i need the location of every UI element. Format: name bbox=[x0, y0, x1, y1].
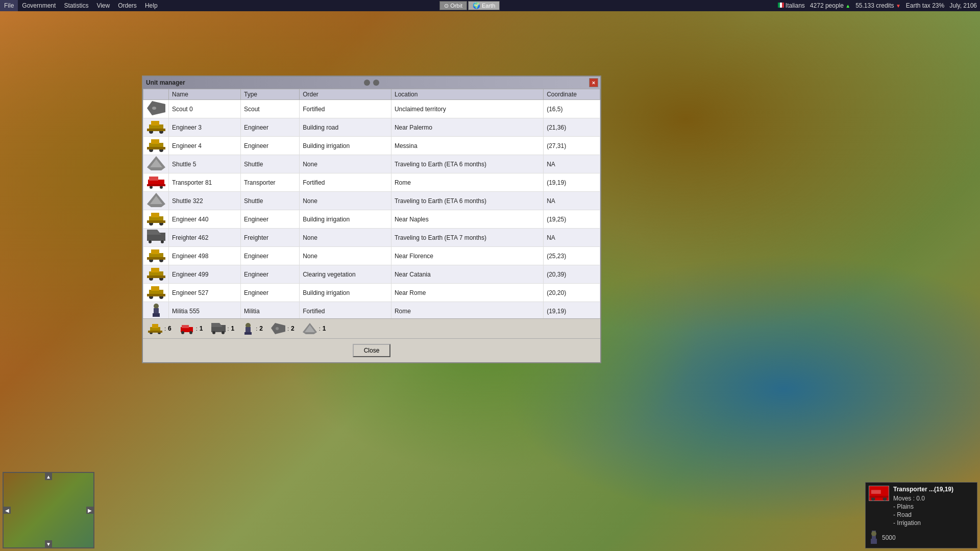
summary-militia: : 2 bbox=[242, 322, 263, 335]
summary-freighter: : 1 bbox=[211, 323, 235, 334]
unit-name-cell: Engineer 3 bbox=[169, 118, 241, 137]
svg-rect-14 bbox=[147, 129, 165, 131]
unit-coordinate-cell: (20,20) bbox=[544, 284, 600, 302]
shuttle-summary-icon bbox=[303, 323, 317, 334]
svg-point-67 bbox=[189, 331, 192, 334]
nav-down-arrow[interactable]: ▼ bbox=[45, 540, 52, 547]
freighter-count: 1 bbox=[231, 325, 235, 332]
unit-coordinate-cell: (16,5) bbox=[544, 100, 600, 118]
svg-rect-74 bbox=[244, 332, 252, 335]
unit-coordinate-cell: (19,25) bbox=[544, 210, 600, 229]
unit-icon-cell bbox=[143, 192, 169, 210]
unit-name-cell: Engineer 440 bbox=[169, 210, 241, 229]
unit-table-scroll[interactable]: Name Type Order Location Coordinate Scou… bbox=[143, 89, 600, 318]
table-row[interactable]: Engineer 498 Engineer None Near Florence… bbox=[143, 247, 600, 265]
close-button[interactable]: Close bbox=[353, 344, 391, 357]
svg-point-66 bbox=[181, 331, 184, 334]
table-row[interactable]: Engineer 3 Engineer Building road Near P… bbox=[143, 118, 600, 137]
col-location[interactable]: Location bbox=[391, 89, 543, 100]
unit-coordinate-cell: (19,19) bbox=[544, 302, 600, 319]
unit-type-cell: Transporter bbox=[240, 173, 299, 192]
unit-type-cell: Shuttle bbox=[240, 155, 299, 173]
table-row[interactable]: Scout 0 Scout Fortified Unclaimed territ… bbox=[143, 100, 600, 118]
table-row[interactable]: Freighter 462 Freighter None Traveling t… bbox=[143, 229, 600, 247]
nav-up-arrow[interactable]: ▲ bbox=[45, 473, 52, 480]
unit-location-cell: Traveling to Earth (ETA 7 months) bbox=[391, 229, 543, 247]
earth-tax-display: Earth tax 23% bbox=[906, 2, 944, 9]
svg-rect-52 bbox=[147, 294, 165, 296]
unit-order-cell: None bbox=[300, 247, 391, 265]
table-row[interactable]: Shuttle 5 Shuttle None Traveling to Eart… bbox=[143, 155, 600, 173]
unit-type-cell: Engineer bbox=[240, 210, 299, 229]
unit-order-cell: Building irrigation bbox=[300, 210, 391, 229]
unit-location-cell: Unclaimed territory bbox=[391, 100, 543, 118]
table-row[interactable]: Militia 555 Militia Fortified Rome (19,1… bbox=[143, 302, 600, 319]
table-row[interactable]: Transporter 81 Transporter Fortified Rom… bbox=[143, 173, 600, 192]
table-row[interactable]: Engineer 4 Engineer Building irrigation … bbox=[143, 137, 600, 155]
svg-marker-35 bbox=[147, 230, 161, 235]
table-row[interactable]: Shuttle 322 Shuttle None Traveling to Ea… bbox=[143, 192, 600, 210]
militia-count: 2 bbox=[259, 325, 263, 332]
unit-icon-cell bbox=[143, 210, 169, 229]
unit-name-cell: Shuttle 322 bbox=[169, 192, 241, 210]
svg-point-37 bbox=[161, 240, 164, 243]
freighter-summary-icon bbox=[211, 323, 226, 334]
earth-icon: 🌍 bbox=[473, 2, 480, 9]
col-type[interactable]: Type bbox=[240, 89, 299, 100]
unit-type-cell: Engineer bbox=[240, 247, 299, 265]
svg-rect-65 bbox=[182, 325, 189, 328]
unit-icon-cell bbox=[143, 155, 169, 173]
unit-order-cell: Clearing vegetation bbox=[300, 265, 391, 284]
unit-location-cell: Near Rome bbox=[391, 284, 543, 302]
menu-view[interactable]: View bbox=[92, 0, 114, 11]
earth-button[interactable]: 🌍 Earth bbox=[468, 1, 500, 10]
unit-location-cell: Rome bbox=[391, 173, 543, 192]
militia-icon bbox=[869, 531, 879, 545]
close-dialog-button[interactable]: × bbox=[589, 78, 598, 87]
unit-icon-cell bbox=[143, 229, 169, 247]
transporter-count: 1 bbox=[200, 325, 203, 332]
unit-coordinate-cell: (27,31) bbox=[544, 137, 600, 155]
svg-rect-16 bbox=[151, 139, 159, 144]
status-bar: Italians 4272 people ▲ 55.133 credits ▼ … bbox=[778, 2, 980, 9]
unit-name-cell: Engineer 4 bbox=[169, 137, 241, 155]
menu-orders[interactable]: Orders bbox=[114, 0, 141, 11]
unit-coordinate-cell: (21,36) bbox=[544, 118, 600, 137]
unit-type-cell: Militia bbox=[240, 302, 299, 319]
unit-order-cell: None bbox=[300, 155, 391, 173]
svg-rect-7 bbox=[871, 539, 877, 544]
shuttle-count: 1 bbox=[323, 325, 326, 332]
menu-statistics[interactable]: Statistics bbox=[60, 0, 92, 11]
svg-rect-44 bbox=[151, 268, 159, 272]
nav-right-arrow[interactable]: ▶ bbox=[86, 507, 93, 514]
menu-government[interactable]: Government bbox=[18, 0, 60, 11]
unit-terrain2: - Road bbox=[893, 511, 953, 518]
table-row[interactable]: Engineer 499 Engineer Clearing vegetatio… bbox=[143, 265, 600, 284]
orbit-icon: ⊙ bbox=[444, 3, 449, 9]
col-coordinate[interactable]: Coordinate bbox=[544, 89, 600, 100]
unit-icon-cell bbox=[143, 137, 169, 155]
unit-order-cell: Fortified bbox=[300, 173, 391, 192]
orbit-button[interactable]: ⊙ Orbit bbox=[439, 1, 467, 10]
unit-location-cell: Near Palermo bbox=[391, 118, 543, 137]
table-row[interactable]: Engineer 527 Engineer Building irrigatio… bbox=[143, 284, 600, 302]
table-row[interactable]: Engineer 440 Engineer Building irrigatio… bbox=[143, 210, 600, 229]
menu-file[interactable]: File bbox=[0, 0, 18, 11]
unit-coordinate-cell: (25,23) bbox=[544, 247, 600, 265]
italians-label: Italians bbox=[786, 2, 805, 9]
unit-info-panel: Transporter ...(19,19) Moves : 0.0 - Pla… bbox=[865, 482, 977, 548]
nav-left-arrow[interactable]: ◀ bbox=[4, 507, 11, 514]
col-name[interactable]: Name bbox=[169, 89, 241, 100]
svg-rect-47 bbox=[147, 276, 165, 278]
unit-icon-cell bbox=[143, 247, 169, 265]
unit-location-cell: Traveling to Earth (ETA 6 months) bbox=[391, 155, 543, 173]
unit-moves: Moves : 0.0 bbox=[893, 495, 953, 502]
unit-order-cell: Fortified bbox=[300, 302, 391, 319]
engineer-count: 6 bbox=[168, 325, 172, 332]
unit-name-cell: Engineer 499 bbox=[169, 265, 241, 284]
unit-icon-cell bbox=[143, 265, 169, 284]
svg-rect-4 bbox=[869, 496, 889, 498]
menu-help[interactable]: Help bbox=[141, 0, 162, 11]
col-order[interactable]: Order bbox=[300, 89, 391, 100]
mini-map[interactable]: ▲ ▼ ◀ ▶ bbox=[3, 472, 94, 548]
